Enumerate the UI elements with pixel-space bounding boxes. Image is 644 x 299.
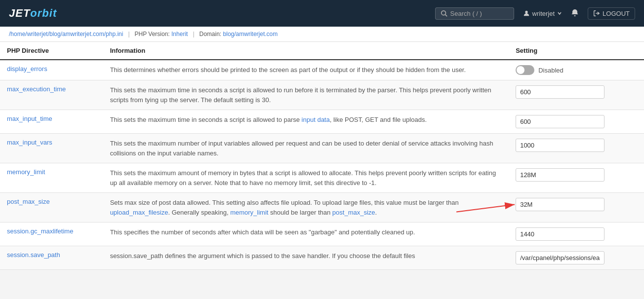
breadcrumb-domain: Domain: blog/amwriterjet.com: [200, 31, 278, 37]
svg-point-2: [525, 11, 527, 13]
breadcrumb-sep: |: [128, 31, 129, 37]
cell-info: This specifies the number of seconds aft…: [103, 223, 509, 246]
table-header-row: PHP Directive Information Setting: [0, 42, 644, 60]
setting-input[interactable]: [516, 227, 604, 241]
cell-setting: [509, 163, 644, 193]
cell-directive: max_input_time: [0, 110, 103, 134]
breadcrumb-php-version: PHP Version: Inherit: [135, 31, 188, 37]
table-row: memory_limitThis sets the maximum amount…: [0, 163, 644, 193]
cell-info: This sets the maximum time in seconds a …: [103, 110, 509, 134]
setting-input[interactable]: [516, 198, 604, 211]
header-right: Search ( / ) writerjet LOGOUT: [435, 7, 635, 20]
cell-setting: [509, 223, 644, 246]
main-content: PHP Directive Information Setting displa…: [0, 42, 644, 270]
cell-info: This determines whether errors should be…: [103, 60, 509, 80]
username: writerjet: [532, 10, 555, 17]
user-menu[interactable]: writerjet: [523, 10, 563, 17]
user-icon: [523, 10, 530, 17]
setting-input[interactable]: [516, 85, 604, 99]
logo-je: JET: [9, 7, 30, 20]
col-header-setting: Setting: [509, 42, 644, 60]
breadcrumb-sep2: |: [193, 31, 194, 37]
cell-setting: [509, 246, 644, 270]
setting-input[interactable]: [516, 115, 604, 128]
table-row: post_max_sizeSets max size of post data …: [0, 193, 644, 223]
toggle-label: Disabled: [538, 67, 564, 74]
breadcrumb-path: /home/writerjet/blog/amwriterjet.com/php…: [9, 31, 123, 37]
php-table: PHP Directive Information Setting displa…: [0, 42, 644, 270]
search-placeholder: Search ( / ): [450, 10, 482, 17]
bell-svg: [571, 9, 579, 17]
breadcrumb-link[interactable]: /home/writerjet/blog/amwriterjet.com/php…: [9, 31, 123, 37]
cell-directive: session.gc_maxlifetime: [0, 223, 103, 246]
svg-rect-3: [574, 15, 576, 16]
setting-input[interactable]: [516, 139, 604, 152]
cell-setting: Disabled: [509, 60, 644, 80]
breadcrumb-bar: /home/writerjet/blog/amwriterjet.com/php…: [0, 27, 644, 42]
toggle-switch[interactable]: [516, 65, 534, 75]
logout-button[interactable]: LOGOUT: [588, 7, 635, 20]
cell-setting: [509, 80, 644, 110]
cell-setting: [509, 134, 644, 163]
table-row: max_input_varsThis sets the maximum numb…: [0, 134, 644, 163]
cell-directive: memory_limit: [0, 163, 103, 193]
bell-icon[interactable]: [571, 9, 579, 18]
table-row: display_errorsThis determines whether er…: [0, 60, 644, 80]
cell-info: This sets the maximum time in seconds a …: [103, 80, 509, 110]
logout-icon: [593, 10, 600, 17]
logout-label: LOGOUT: [603, 10, 630, 17]
table-row: max_input_timeThis sets the maximum time…: [0, 110, 644, 134]
cell-directive: session.save_path: [0, 246, 103, 270]
toggle-wrapper[interactable]: Disabled: [516, 65, 637, 75]
logo: JETorbit: [9, 7, 57, 20]
cell-directive: max_execution_time: [0, 80, 103, 110]
table-row: session.save_pathsession.save_path defin…: [0, 246, 644, 270]
cell-info: This sets the maximum number of input va…: [103, 134, 509, 163]
cell-info: Sets max size of post data allowed. This…: [103, 193, 509, 223]
logo-torbit: orbit: [30, 7, 57, 20]
cell-info: session.save_path defines the argument w…: [103, 246, 509, 270]
search-box[interactable]: Search ( / ): [435, 7, 514, 20]
cell-info: This sets the maximum amount of memory i…: [103, 163, 509, 193]
cell-setting: [509, 193, 644, 223]
table-row: max_execution_timeThis sets the maximum …: [0, 80, 644, 110]
col-header-info: Information: [103, 42, 509, 60]
cell-directive: post_max_size: [0, 193, 103, 223]
table-row: session.gc_maxlifetimeThis specifies the…: [0, 223, 644, 246]
header: JETorbit Search ( / ) writerjet: [0, 0, 644, 27]
cell-directive: display_errors: [0, 60, 103, 80]
setting-input[interactable]: [516, 251, 604, 264]
setting-input[interactable]: [516, 168, 604, 182]
chevron-down-icon: [557, 11, 562, 16]
cell-directive: max_input_vars: [0, 134, 103, 163]
cell-setting: [509, 110, 644, 134]
col-header-directive: PHP Directive: [0, 42, 103, 60]
svg-line-1: [445, 15, 447, 17]
svg-point-0: [441, 11, 445, 15]
search-icon: [441, 10, 447, 17]
